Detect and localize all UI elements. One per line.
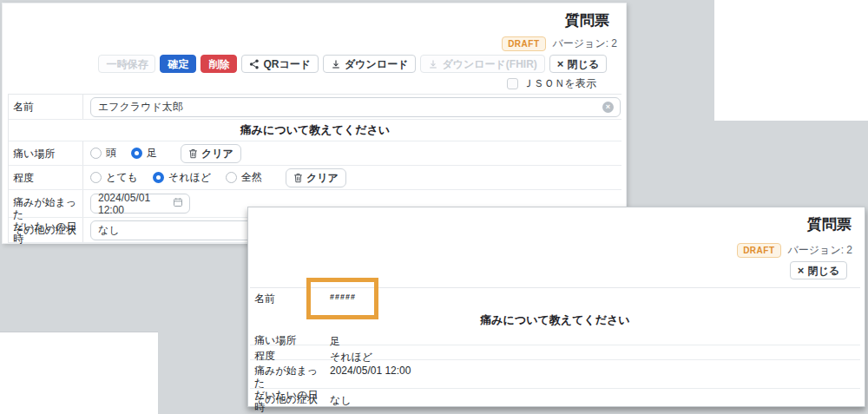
clear-input-icon[interactable]: × <box>602 102 614 113</box>
masked-name-value: ##### <box>330 288 860 311</box>
delete-button[interactable]: 削除 <box>201 55 237 73</box>
radio-option-moderate[interactable]: それほど <box>153 170 211 185</box>
datetime-label: 痛みが始まった だいたいの日時 <box>250 360 330 388</box>
form-row-pain-place: 痛い場所 頭 足 クリア <box>9 141 621 166</box>
section-header: 痛みについて教えてください <box>480 312 629 328</box>
radio-option-not-at-all[interactable]: 全然 <box>226 170 262 185</box>
toolbar: 一時保存 確定 削除 QRコード ダウンロード ダウンロード(FHIR) × 閉… <box>98 55 607 73</box>
close-button[interactable]: × 閉じる <box>790 261 847 279</box>
questionnaire-readonly-panel: 質問票 DRAFT バージョン: 2 × 閉じる 名前 ##### 痛みについて… <box>247 207 865 407</box>
radio-icon <box>90 148 102 159</box>
share-icon <box>249 59 260 69</box>
degree-value: それほど <box>330 345 860 359</box>
version-label: バージョン: 2 <box>788 243 852 258</box>
confirm-button[interactable]: 確定 <box>160 55 196 73</box>
radio-option-very[interactable]: とても <box>90 170 138 185</box>
pain-place-label: 痛い場所 <box>250 330 330 345</box>
degree-label: 程度 <box>250 345 330 359</box>
close-button[interactable]: × 閉じる <box>549 55 607 73</box>
page-title: 質問票 <box>565 10 609 30</box>
section-header: 痛みについて教えてください <box>240 122 390 138</box>
answer-row-datetime: 痛みが始まった だいたいの日時 2024/05/01 12:00 <box>250 360 860 389</box>
json-toggle-label: ＪＳＯＮを表示 <box>523 76 596 91</box>
datetime-value: 2024/05/01 12:00 <box>330 360 860 388</box>
close-icon: × <box>557 58 564 69</box>
datetime-input[interactable]: 2024/05/01 12:00 <box>90 194 190 214</box>
download-fhir-button[interactable]: ダウンロード(FHIR) <box>420 55 544 73</box>
calendar-icon <box>173 197 183 210</box>
page-fragment-bottom-left <box>0 332 158 414</box>
download-button[interactable]: ダウンロード <box>323 55 416 73</box>
close-icon: × <box>798 265 805 276</box>
download-icon <box>331 59 341 69</box>
pain-place-label: 痛い場所 <box>9 141 83 165</box>
radio-option-head[interactable]: 頭 <box>90 146 116 161</box>
radio-icon <box>90 172 102 183</box>
answer-row-pain-place: 痛い場所 足 <box>250 330 860 345</box>
answer-row-degree: 程度 それほど <box>250 345 860 360</box>
radio-icon <box>226 172 237 183</box>
datetime-label: 痛みが始まった だいたいの日時 <box>9 190 83 217</box>
form-section-header-row: 痛みについて教えてください <box>9 120 621 141</box>
json-toggle-checkbox[interactable] <box>507 78 518 89</box>
answer-row-other-symptoms: その他の症状 なし <box>250 389 860 409</box>
radio-selected-icon <box>131 148 142 159</box>
page-fragment-top-right <box>714 0 868 121</box>
annotation-highlight-box <box>306 278 378 319</box>
qr-code-button[interactable]: QRコード <box>241 55 319 73</box>
form-row-name: 名前 エフクラウド太郎 × <box>9 95 621 120</box>
page-title: 質問票 <box>807 214 852 234</box>
pain-place-value: 足 <box>330 330 860 345</box>
name-input[interactable]: エフクラウド太郎 × <box>90 97 621 117</box>
other-symptoms-value: なし <box>330 389 860 409</box>
draft-status-badge: DRAFT <box>737 243 780 258</box>
version-label: バージョン: 2 <box>553 36 617 51</box>
other-symptoms-label: その他の症状 <box>9 218 83 242</box>
temp-save-button[interactable]: 一時保存 <box>98 55 155 73</box>
clear-degree-button[interactable]: クリア <box>286 168 346 187</box>
radio-selected-icon <box>153 172 164 183</box>
draft-status-badge: DRAFT <box>502 36 545 51</box>
radio-option-foot[interactable]: 足 <box>131 146 157 161</box>
other-symptoms-label: その他の症状 <box>250 389 330 409</box>
download-icon <box>428 59 438 69</box>
trash-icon <box>188 148 198 159</box>
form-row-degree: 程度 とても それほど 全然 <box>9 166 621 190</box>
degree-label: 程度 <box>9 166 83 189</box>
trash-icon <box>293 173 303 183</box>
name-label: 名前 <box>9 95 83 119</box>
clear-pain-place-button[interactable]: クリア <box>181 144 241 163</box>
